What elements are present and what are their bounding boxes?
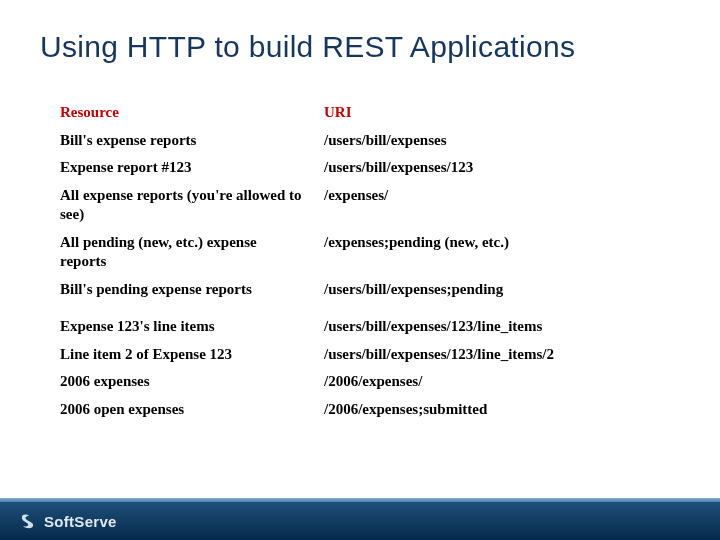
cell-uri: /users/bill/expenses — [324, 131, 660, 151]
header-uri: URI — [324, 103, 660, 123]
cell-uri: /expenses;pending (new, etc.) — [324, 233, 660, 253]
cell-uri: /2006/expenses/ — [324, 372, 660, 392]
cell-uri: /users/bill/expenses;pending — [324, 280, 660, 300]
cell-uri: /users/bill/expenses/123/line_items — [324, 317, 660, 337]
header-resource: Resource — [60, 103, 324, 123]
slide-body: Resource URI Bill's expense reports/user… — [0, 74, 720, 502]
table-row: All pending (new, etc.) expense reports/… — [60, 229, 660, 276]
cell-resource: 2006 expenses — [60, 372, 324, 392]
table-row: All expense reports (you're allowed to s… — [60, 182, 660, 229]
table-row: Bill's pending expense reports/users/bil… — [60, 276, 660, 304]
table-row: Expense 123's line items/users/bill/expe… — [60, 313, 660, 341]
cell-resource: 2006 open expenses — [60, 400, 324, 420]
slide-title: Using HTTP to build REST Applications — [0, 0, 720, 74]
cell-resource: All pending (new, etc.) expense reports — [60, 233, 324, 272]
footer-bar: SoftServe — [0, 502, 720, 540]
cell-resource: Bill's pending expense reports — [60, 280, 324, 300]
brand-logo-icon — [18, 511, 38, 531]
table-row: 2006 expenses/2006/expenses/ — [60, 368, 660, 396]
slide: Using HTTP to build REST Applications Re… — [0, 0, 720, 540]
table-body: Bill's expense reports/users/bill/expens… — [60, 127, 660, 424]
table-row: Line item 2 of Expense 123/users/bill/ex… — [60, 341, 660, 369]
table-row: Bill's expense reports/users/bill/expens… — [60, 127, 660, 155]
brand: SoftServe — [18, 511, 117, 531]
cell-resource: Line item 2 of Expense 123 — [60, 345, 324, 365]
cell-uri: /users/bill/expenses/123 — [324, 158, 660, 178]
table-row: 2006 open expenses/2006/expenses;submitt… — [60, 396, 660, 424]
cell-resource: Bill's expense reports — [60, 131, 324, 151]
cell-uri: /users/bill/expenses/123/line_items/2 — [324, 345, 660, 365]
cell-resource: Expense report #123 — [60, 158, 324, 178]
brand-name: SoftServe — [44, 513, 117, 530]
cell-uri: /expenses/ — [324, 186, 660, 206]
cell-resource: Expense 123's line items — [60, 317, 324, 337]
table-header-row: Resource URI — [60, 99, 660, 127]
cell-resource: All expense reports (you're allowed to s… — [60, 186, 324, 225]
table-row: Expense report #123/users/bill/expenses/… — [60, 154, 660, 182]
cell-uri: /2006/expenses;submitted — [324, 400, 660, 420]
